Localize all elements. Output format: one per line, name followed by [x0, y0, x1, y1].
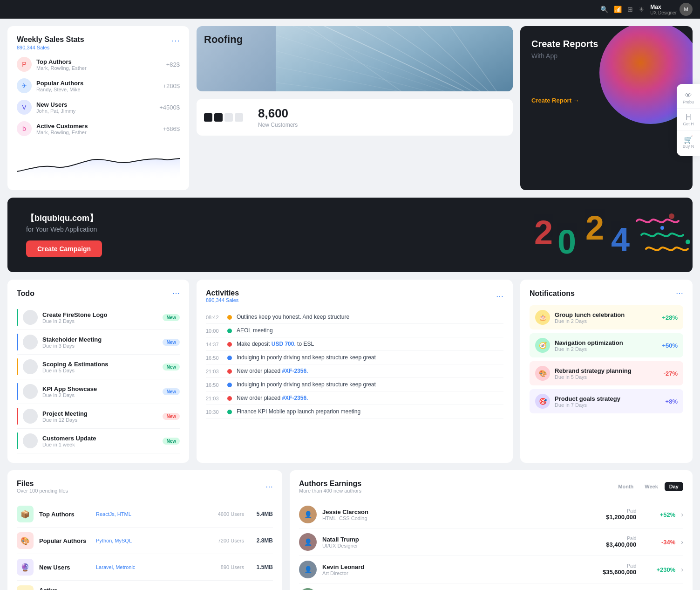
side-panel-prebu[interactable]: 👁 Prebu	[677, 88, 700, 109]
weekly-sales-title: Weekly Sales Stats	[17, 35, 180, 44]
act-time-2: 10:00	[206, 328, 223, 334]
avatar-initials: M	[684, 7, 688, 12]
top-authors-val: +82$	[166, 61, 180, 68]
search-icon[interactable]: 🔍	[600, 6, 608, 13]
todo-due-1: Due in 2 Days	[42, 318, 158, 324]
author-paid-3: Paid $35,600,000	[603, 563, 636, 576]
activities-header: Activities 890,344 Sales ⋯	[206, 289, 503, 303]
todo-item-5: Project Meeting Due in 12 Days New	[17, 404, 180, 429]
new-users-name: New Users	[36, 101, 155, 108]
author-pct-3: +230%	[647, 566, 675, 573]
top-authors-sub: Mark, Rowling, Esther	[36, 65, 162, 71]
todo-due-2: Due in 3 Days	[42, 343, 158, 349]
roofing-section: Roofing	[197, 26, 513, 190]
author-arrow-2[interactable]: ›	[681, 538, 683, 546]
stat-popular-authors: ✈ Popular Authors Randy, Steve, Mike +28…	[17, 78, 180, 93]
todo-info-1: Create FireStone Logo Due in 2 Days	[42, 311, 158, 324]
campaign-info: 【biqubiqu.com】 for Your Web Application …	[26, 213, 102, 257]
roofing-title: Roofing	[204, 34, 243, 46]
user-info: Max UX Designer M	[650, 3, 693, 16]
notifications-header: Notifications ⋯	[530, 289, 683, 298]
notif-info-3: Rebrand strategy planning Due in 5 Days	[555, 367, 659, 380]
notifications-card: Notifications ⋯ 🎂 Group lunch celebratio…	[520, 280, 693, 463]
grid-icon[interactable]: ⊞	[627, 6, 633, 13]
file-icon-1: 📦	[17, 506, 34, 522]
file-users-2: 7200 Users	[211, 538, 244, 543]
ae-subtitle: More than 400 new authors	[299, 488, 361, 494]
files-dots-button[interactable]: ⋯	[265, 482, 273, 491]
author-info-3: Kevin Leonard Art Director	[322, 563, 597, 576]
new-customers-label: New Customers	[258, 122, 298, 128]
notif-pct-1: +28%	[662, 314, 678, 321]
cart-icon: 🛒	[680, 135, 696, 144]
tab-month[interactable]: Month	[613, 482, 638, 491]
tab-day[interactable]: Day	[665, 482, 683, 491]
notif-info-2: Navigation optimization Due in 2 Days	[555, 339, 657, 352]
paid-amount-1: $1,200,000	[606, 514, 636, 521]
top-authors-name: Top Authors	[36, 58, 162, 65]
act-dot-4	[227, 356, 232, 360]
author-role-2: UI/UX Designer	[322, 543, 600, 549]
signal-icon[interactable]: 📶	[614, 6, 622, 13]
avatar[interactable]: M	[680, 3, 693, 16]
nc-icon-light2	[235, 113, 243, 122]
notif-icon-1: 🎂	[535, 310, 550, 325]
act-text-5: New order placed #XF-2356.	[237, 368, 308, 374]
side-panel-geth-label: Get H	[683, 122, 694, 126]
file-tags-1: ReactJs, HTML	[96, 511, 206, 517]
brightness-icon[interactable]: ☀	[639, 6, 645, 13]
author-arrow-3[interactable]: ›	[681, 566, 683, 573]
weekly-sales-card: ⋯ Weekly Sales Stats 890,344 Sales P Top…	[7, 26, 189, 190]
notif-item-3: 🎨 Rebrand strategy planning Due in 5 Day…	[530, 361, 683, 385]
cr-content: Create Reports With App Create Report →	[531, 37, 681, 104]
file-name-4: Active Customers	[39, 587, 90, 590]
author-arrow-1[interactable]: ›	[681, 511, 683, 518]
todo-badge-5: New	[163, 413, 180, 420]
side-panel-prebu-label: Prebu	[683, 100, 694, 104]
act-link-7[interactable]: #XF-2356.	[282, 395, 308, 401]
act-text-4: Indulging in poorly driving and keep str…	[237, 354, 376, 361]
todo-info-3: Scoping & Estimations Due in 5 Days	[42, 361, 158, 373]
create-report-link[interactable]: Create Report →	[531, 97, 579, 104]
todo-avatar-6	[23, 433, 38, 448]
authors-earnings-card: Authors Earnings More than 400 new autho…	[290, 470, 693, 590]
dots-menu-button[interactable]: ⋯	[171, 35, 180, 46]
author-avatar-4: 👤	[299, 588, 317, 590]
eye-icon: 👁	[680, 91, 696, 100]
stat-popular-authors-info: Popular Authors Randy, Steve, Mike	[36, 80, 158, 92]
side-panel-buyn-label: Buy N	[683, 144, 694, 149]
activity-item-7: 21:03 New order placed #XF-2356.	[206, 391, 503, 405]
popular-authors-icon: ✈	[17, 78, 32, 93]
file-tags-2: Python, MySQL	[96, 538, 206, 543]
act-link-3[interactable]: USD 700.	[272, 341, 296, 347]
author-item-2: 👤 Natali Trump UI/UX Designer Paid $3,40…	[299, 528, 683, 556]
todo-due-5: Due in 12 Days	[42, 417, 158, 423]
activity-item-6: 16:50 Indulging in poorly driving and ke…	[206, 378, 503, 391]
activities-title: Activities	[206, 289, 239, 297]
todo-badge-4: New	[163, 388, 180, 395]
todo-dots-button[interactable]: ⋯	[172, 289, 180, 298]
side-panel-geth[interactable]: H Get H	[677, 110, 700, 130]
activities-dots-button[interactable]: ⋯	[496, 292, 503, 301]
files-subtitle: Over 100 pending files	[17, 488, 68, 494]
create-campaign-button[interactable]: Create Campaign	[26, 240, 102, 257]
todo-name-1: Create FireStone Logo	[42, 311, 158, 318]
file-name-1: Top Authors	[39, 511, 90, 518]
nc-icon-light	[224, 113, 233, 122]
notif-item-1: 🎂 Group lunch celebration Due in 2 Days …	[530, 305, 683, 329]
act-dot-8	[227, 410, 232, 414]
todo-item-6: Customers Update Due in 1 week New	[17, 429, 180, 453]
author-name-1: Jessie Clarcson	[322, 508, 600, 515]
act-link-5[interactable]: #XF-2356.	[282, 368, 308, 374]
todo-info-5: Project Meeting Due in 12 Days	[42, 410, 158, 423]
tab-week[interactable]: Week	[640, 482, 663, 491]
files-card: Files Over 100 pending files ⋯ 📦 Top Aut…	[7, 470, 282, 590]
side-panel-buyn[interactable]: 🛒 Buy N	[677, 131, 700, 152]
todo-bar-4	[17, 383, 18, 400]
notifications-dots-button[interactable]: ⋯	[676, 289, 683, 298]
activity-item-2: 10:00 AEOL meeting	[206, 324, 503, 337]
todo-name-3: Scoping & Estimations	[42, 361, 158, 368]
act-dot-2	[227, 329, 232, 333]
paid-label-1: Paid	[606, 508, 636, 514]
notif-pct-3: -27%	[664, 370, 678, 377]
